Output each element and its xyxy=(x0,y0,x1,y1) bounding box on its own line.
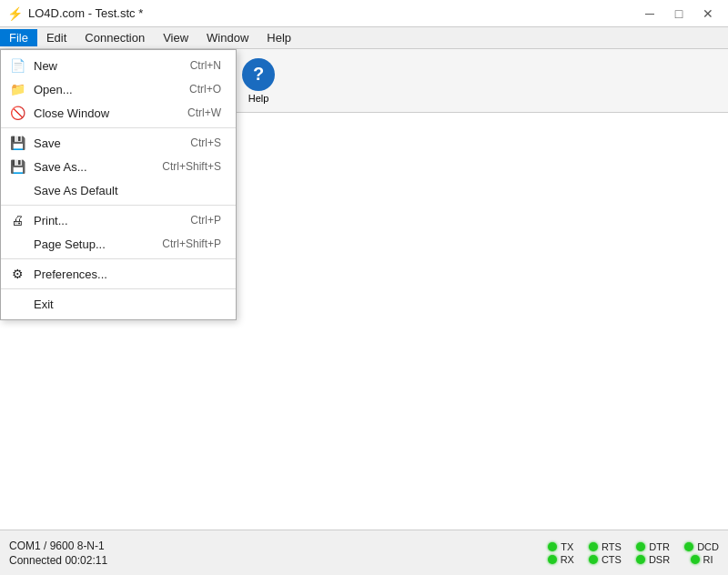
help-icon: ? xyxy=(242,58,275,91)
menu-preferences[interactable]: ⚙ Preferences... xyxy=(1,262,236,286)
dtr-indicator: DTR xyxy=(636,541,670,552)
dsr-label: DSR xyxy=(649,554,670,565)
minimize-button[interactable]: ─ xyxy=(637,4,662,24)
new-shortcut: Ctrl+N xyxy=(190,59,221,72)
rx-indicator: RX xyxy=(548,554,574,565)
rts-label: RTS xyxy=(602,541,622,552)
save-label: Save xyxy=(34,136,61,150)
dtr-dsr-group: DTR DSR xyxy=(636,541,670,565)
menu-page-setup[interactable]: Page Setup... Ctrl+Shift+P xyxy=(1,232,236,256)
save-as-label: Save As... xyxy=(34,160,87,174)
menu-open[interactable]: 📁 Open... Ctrl+O xyxy=(1,77,236,101)
title-bar: ⚡ LO4D.com - Test.stc * ─ □ ✕ xyxy=(0,0,728,27)
close-window-label: Close Window xyxy=(34,106,109,120)
menu-close-window[interactable]: 🚫 Close Window Ctrl+W xyxy=(1,101,236,125)
rts-led xyxy=(589,542,598,551)
dcd-led xyxy=(684,542,693,551)
preferences-label: Preferences... xyxy=(34,267,107,281)
tx-led xyxy=(548,542,557,551)
window-title: LO4D.com - Test.stc * xyxy=(28,6,143,20)
maximize-button[interactable]: □ xyxy=(666,4,692,24)
status-left: COM1 / 9600 8-N-1 Connected 00:02:11 xyxy=(9,540,548,567)
print-label: Print... xyxy=(34,214,68,227)
com-status: COM1 / 9600 8-N-1 xyxy=(9,540,548,552)
page-setup-label: Page Setup... xyxy=(34,237,106,251)
tx-rx-group: TX RX xyxy=(548,541,574,565)
close-button[interactable]: ✕ xyxy=(695,4,721,24)
dcd-label: DCD xyxy=(697,541,719,552)
save-as-icon: 💾 xyxy=(8,159,26,174)
menu-view[interactable]: View xyxy=(154,29,197,46)
menu-exit[interactable]: Exit xyxy=(1,292,236,316)
dtr-label: DTR xyxy=(649,541,670,552)
separator-4 xyxy=(1,288,236,289)
dcd-ri-group: DCD RI xyxy=(684,541,719,565)
save-shortcut: Ctrl+S xyxy=(190,136,221,149)
status-bar: COM1 / 9600 8-N-1 Connected 00:02:11 TX … xyxy=(0,530,728,575)
tx-indicator: TX xyxy=(548,541,573,552)
dcd-indicator: DCD xyxy=(684,541,719,552)
close-window-icon: 🚫 xyxy=(8,106,26,120)
menu-new[interactable]: 📄 New Ctrl+N xyxy=(1,54,236,77)
cts-label: CTS xyxy=(602,554,622,565)
page-setup-shortcut: Ctrl+Shift+P xyxy=(162,237,221,250)
ri-label: RI xyxy=(703,554,713,565)
title-controls: ─ □ ✕ xyxy=(637,4,721,24)
menu-edit[interactable]: Edit xyxy=(37,29,76,46)
menu-save[interactable]: 💾 Save Ctrl+S xyxy=(1,131,236,155)
close-window-shortcut: Ctrl+W xyxy=(187,106,221,119)
file-dropdown-panel: 📄 New Ctrl+N 📁 Open... Ctrl+O 🚫 Close Wi… xyxy=(0,49,237,320)
new-icon: 📄 xyxy=(8,58,26,73)
connection-status: Connected 00:02:11 xyxy=(9,554,548,567)
ri-led xyxy=(691,555,700,564)
cts-indicator: CTS xyxy=(589,554,622,565)
cts-led xyxy=(589,555,598,564)
help-button[interactable]: ? Help xyxy=(231,54,286,108)
open-icon: 📁 xyxy=(8,82,26,96)
save-icon: 💾 xyxy=(8,136,26,150)
separator-3 xyxy=(1,258,236,259)
status-indicators: TX RX RTS CTS DTR DSR xyxy=(548,541,719,565)
title-left: ⚡ LO4D.com - Test.stc * xyxy=(7,6,143,21)
preferences-icon: ⚙ xyxy=(8,267,26,281)
tx-label: TX xyxy=(561,541,573,552)
menu-save-as-default[interactable]: Save As Default xyxy=(1,178,236,202)
save-as-default-label: Save As Default xyxy=(34,184,118,197)
menu-help[interactable]: Help xyxy=(258,29,300,46)
menu-bar: File Edit Connection View Window Help xyxy=(0,27,728,49)
dsr-indicator: DSR xyxy=(636,554,670,565)
print-shortcut: Ctrl+P xyxy=(190,214,221,227)
menu-file[interactable]: File xyxy=(0,29,37,46)
rts-indicator: RTS xyxy=(589,541,622,552)
help-label: Help xyxy=(248,93,269,104)
separator-1 xyxy=(1,127,236,128)
print-icon: 🖨 xyxy=(8,213,26,227)
open-shortcut: Ctrl+O xyxy=(189,83,221,96)
exit-label: Exit xyxy=(34,298,54,311)
save-as-shortcut: Ctrl+Shift+S xyxy=(162,160,221,173)
menu-connection[interactable]: Connection xyxy=(76,29,154,46)
dtr-led xyxy=(636,542,645,551)
rx-led xyxy=(548,555,557,564)
open-label: Open... xyxy=(34,83,73,96)
menu-save-as[interactable]: 💾 Save As... Ctrl+Shift+S xyxy=(1,155,236,178)
separator-2 xyxy=(1,205,236,206)
dsr-led xyxy=(636,555,645,564)
app-icon: ⚡ xyxy=(7,6,23,21)
ri-indicator: RI xyxy=(691,554,713,565)
new-label: New xyxy=(34,59,57,73)
rts-cts-group: RTS CTS xyxy=(589,541,622,565)
menu-print[interactable]: 🖨 Print... Ctrl+P xyxy=(1,208,236,232)
rx-label: RX xyxy=(561,554,574,565)
menu-window[interactable]: Window xyxy=(197,29,258,46)
file-menu-dropdown: 📄 New Ctrl+N 📁 Open... Ctrl+O 🚫 Close Wi… xyxy=(0,49,237,320)
